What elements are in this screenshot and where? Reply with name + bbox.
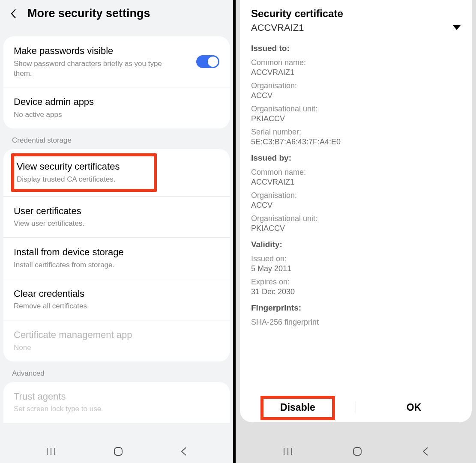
sheet-title: Security certificate [251,8,461,20]
row-install-storage[interactable]: Install from device storage Install cert… [3,237,230,279]
value-organisation: ACCV [251,91,461,100]
value-issued-on: 5 May 2011 [251,264,461,273]
chevron-left-icon [10,9,17,19]
row-title: Clear credentials [14,288,219,300]
section-credential-storage: Credential storage [0,128,233,149]
back-icon [422,446,429,457]
value-by-ou: PKIACCV [251,224,461,233]
label-by-organisation: Organisation: [251,191,461,200]
row-title: View security certificates [17,161,148,173]
nav-bar-right [236,439,476,463]
back-button[interactable] [8,8,20,20]
row-clear-credentials[interactable]: Clear credentials Remove all certificate… [3,279,230,320]
value-by-organisation: ACCV [251,201,461,210]
svg-rect-1 [353,448,361,455]
row-title: Trust agents [14,391,219,403]
row-cert-mgmt-app[interactable]: Certificate management app None [3,320,230,361]
certificate-pane: Security certificate ACCVRAIZ1 Issued to… [233,0,476,463]
label-issued-on: Issued on: [251,254,461,263]
nav-recents[interactable] [45,447,57,456]
label-by-common-name: Common name: [251,168,461,177]
row-sub: No active apps [14,110,219,120]
highlight-view-certs: View security certificates Display trust… [11,153,157,192]
nav-back[interactable] [180,446,188,457]
row-title: Certificate management app [14,329,219,341]
row-view-security-certs[interactable]: View security certificates Display trust… [3,149,230,196]
label-ou: Organisational unit: [251,105,461,114]
passwords-toggle[interactable] [196,55,219,68]
page-title: More security settings [27,7,150,20]
label-serial: Serial number: [251,128,461,137]
header: More security settings [0,0,233,29]
label-expires-on: Expires on: [251,278,461,287]
nav-home[interactable] [352,446,362,457]
card-advanced: Trust agents Set screen lock type to use… [3,382,230,423]
settings-pane: More security settings Make passwords vi… [0,0,233,463]
heading-validity: Validity: [251,240,461,249]
row-sub: Show password characters briefly as you … [14,59,177,79]
row-sub: Set screen lock type to use. [14,404,219,414]
row-sub: Display trusted CA certificates. [17,175,148,185]
row-sub: View user certificates. [14,219,219,229]
heading-issued-to: Issued to: [251,44,461,53]
disable-button[interactable]: Disable [240,397,356,418]
row-trust-agents[interactable]: Trust agents Set screen lock type to use… [3,382,230,423]
nav-back[interactable] [422,446,429,457]
row-device-admin[interactable]: Device admin apps No active apps [3,87,230,128]
certificate-sheet: Security certificate ACCVRAIZ1 Issued to… [240,0,472,422]
row-title: Device admin apps [14,96,219,108]
svg-rect-0 [114,448,122,455]
label-sha256: SHA-256 fingerprint [251,318,461,327]
cert-name: ACCVRAIZ1 [251,22,304,33]
value-serial: 5E:C3:B7:A6:43:7F:A4:E0 [251,137,461,146]
row-user-certs[interactable]: User certificates View user certificates… [3,196,230,238]
nav-home[interactable] [113,446,123,457]
section-advanced: Advanced [0,361,233,382]
value-common-name: ACCVRAIZ1 [251,68,461,77]
value-expires-on: 31 Dec 2030 [251,287,461,296]
heading-fingerprints: Fingerprints: [251,303,461,313]
back-icon [180,446,188,457]
value-by-common-name: ACCVRAIZ1 [251,178,461,187]
recents-icon [282,447,293,456]
row-title: User certificates [14,205,219,218]
row-passwords-visible[interactable]: Make passwords visible Show password cha… [3,36,230,87]
label-organisation: Organisation: [251,81,461,90]
home-icon [352,446,362,457]
card-credentials: View security certificates Display trust… [3,149,230,361]
row-sub: Install certificates from storage. [14,260,219,270]
home-icon [113,446,123,457]
disable-label: Disable [280,402,315,413]
row-title: Make passwords visible [14,45,219,57]
label-common-name: Common name: [251,58,461,67]
certificate-dropdown[interactable]: ACCVRAIZ1 [251,22,461,33]
recents-icon [45,447,57,456]
row-title: Install from device storage [14,246,219,259]
chevron-down-icon [453,25,461,30]
row-sub: Remove all certificates. [14,302,219,311]
card-basic: Make passwords visible Show password cha… [3,36,230,128]
heading-issued-by: Issued by: [251,153,461,163]
row-sub: None [14,343,219,353]
label-by-ou: Organisational unit: [251,214,461,223]
button-row: Disable OK [240,392,472,422]
nav-recents[interactable] [282,447,293,456]
value-ou: PKIACCV [251,114,461,123]
ok-label: OK [407,402,422,413]
nav-bar [0,439,233,463]
ok-button[interactable]: OK [356,397,472,418]
